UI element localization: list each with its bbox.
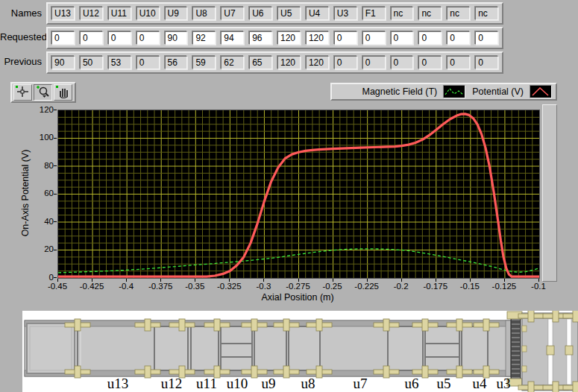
x-tick-label: -0.425	[80, 282, 104, 291]
name-cell: nc	[475, 7, 498, 20]
name-cell: U9	[165, 7, 188, 20]
legend-label-potential: Potential (V)	[472, 86, 524, 97]
requested-value-field[interactable]: 94	[221, 31, 244, 45]
names-row: U13U12U11U10U9U8U7U6U5U4U3F1ncncncnc	[46, 2, 503, 25]
y-tick-label: 0	[28, 273, 54, 282]
x-tick-label: -0.2	[394, 282, 409, 291]
requested-value-field[interactable]: 92	[192, 31, 216, 45]
previous-value-cell: 120	[306, 56, 329, 69]
segment-label: u12	[161, 376, 183, 391]
segment-label: u11	[196, 376, 217, 391]
previous-value-cell: 0	[418, 56, 442, 69]
segment-label: u9	[262, 376, 276, 391]
x-axis-tick-labels: -0.45-0.425-0.4-0.375-0.35-0.325-0.3-0.2…	[0, 282, 578, 292]
electrode-segment	[154, 326, 188, 370]
name-cell: nc	[447, 7, 470, 20]
requested-value-field[interactable]: 120	[277, 31, 301, 45]
segment-label: u7	[354, 376, 368, 391]
previous-value-cell: 0	[391, 56, 414, 69]
plot-frame-ridge	[542, 104, 557, 282]
requested-value-field[interactable]: 0	[51, 31, 75, 45]
legend-entry-potential[interactable]: Potential (V)	[472, 85, 552, 98]
y-tick-label: 120	[28, 105, 54, 114]
name-cell: nc	[418, 7, 442, 20]
name-cell: U13	[51, 7, 75, 20]
requested-row: 000090929496120120000000	[46, 27, 503, 49]
x-tick-label: -0.175	[423, 282, 447, 291]
front-panel: Names U13U12U11U10U9U8U7U6U5U4U3F1ncncnc…	[0, 0, 578, 392]
name-cell: U11	[108, 7, 131, 20]
legend-sample-magnetic-field[interactable]	[443, 85, 465, 98]
segment-label: u3	[497, 376, 511, 391]
name-cell: U3	[334, 7, 357, 20]
name-cell: U4	[306, 7, 329, 20]
previous-value-cell: 0	[475, 56, 498, 69]
requested-value-field[interactable]: 0	[136, 31, 160, 45]
name-cell: U12	[80, 7, 103, 20]
x-tick-label: -0.325	[217, 282, 242, 291]
segment-label: u10	[227, 376, 248, 391]
electrode-segment	[462, 326, 488, 370]
requested-value-field[interactable]: 0	[418, 31, 442, 45]
previous-row: 905053056596265120120000000	[46, 51, 503, 74]
y-tick-label: 80	[28, 161, 54, 170]
electrode-stack-svg: u13u12u11u10u9u8u7u6u5u4u3	[22, 311, 578, 392]
hand-icon	[55, 85, 71, 98]
previous-value-cell: 0	[136, 56, 160, 69]
segment-label: u6	[405, 376, 419, 391]
previous-value-cell: 120	[277, 56, 301, 69]
y-tick-label: 40	[28, 217, 54, 226]
requested-value-field[interactable]: 0	[475, 31, 498, 45]
requested-value-field[interactable]: 0	[80, 31, 103, 45]
electrode-segment	[388, 326, 423, 370]
plot-area[interactable]	[57, 110, 540, 279]
legend-sample-potential[interactable]	[530, 85, 552, 98]
electrode-segment	[289, 326, 320, 370]
plot-canvas[interactable]	[58, 110, 539, 278]
previous-value-cell: 56	[165, 56, 188, 69]
y-axis-tick-labels: 020406080100120	[28, 0, 54, 298]
requested-value-field[interactable]: 120	[306, 31, 329, 45]
dashed-line-sample-icon	[444, 86, 465, 98]
previous-value-cell: 65	[249, 56, 272, 69]
requested-value-field[interactable]: 90	[165, 31, 188, 45]
x-axis-title: Axial Position (m)	[261, 292, 333, 303]
previous-value-cell: 53	[108, 56, 131, 69]
name-cell: U5	[277, 7, 301, 20]
x-tick-label: -0.375	[148, 282, 173, 291]
requested-value-field[interactable]: 0	[334, 31, 357, 45]
previous-value-cell: 0	[334, 56, 357, 69]
legend-entry-magnetic-field[interactable]: Magnetic Field (T)	[362, 85, 465, 98]
name-cell: nc	[391, 7, 414, 20]
previous-value-cell: 0	[447, 56, 470, 69]
x-tick-label: -0.275	[286, 282, 310, 291]
name-cell: F1	[362, 7, 386, 20]
x-tick-label: -0.4	[119, 282, 133, 291]
x-tick-label: -0.225	[354, 282, 379, 291]
previous-value-cell: 50	[80, 56, 103, 69]
mesh-grid-element	[506, 312, 522, 386]
requested-value-field[interactable]: 0	[362, 31, 386, 45]
left-end-cap	[27, 323, 75, 373]
x-tick-label: -0.45	[48, 282, 67, 291]
electrode-segment	[425, 326, 459, 370]
x-tick-label: -0.35	[185, 282, 204, 291]
requested-value-field[interactable]: 0	[391, 31, 414, 45]
name-cell: U10	[136, 7, 160, 20]
x-tick-label: -0.125	[492, 282, 517, 291]
previous-value-cell: 59	[192, 56, 216, 69]
y-tick-label: 60	[28, 189, 54, 197]
x-tick-label: -0.15	[460, 282, 480, 291]
requested-value-field[interactable]: 0	[108, 31, 131, 45]
electrode-segment	[191, 326, 219, 370]
electrode-segment	[221, 326, 252, 370]
previous-value-cell: 62	[221, 56, 244, 69]
pan-tool-button[interactable]	[54, 84, 72, 101]
requested-value-field[interactable]: 0	[447, 31, 470, 45]
requested-value-field[interactable]: 96	[249, 31, 272, 45]
right-chamber-block	[522, 313, 578, 391]
previous-value-cell: 0	[362, 56, 386, 69]
segment-label: u13	[107, 376, 129, 391]
x-tick-label: -0.1	[531, 282, 546, 291]
electrode-segment	[254, 326, 286, 370]
